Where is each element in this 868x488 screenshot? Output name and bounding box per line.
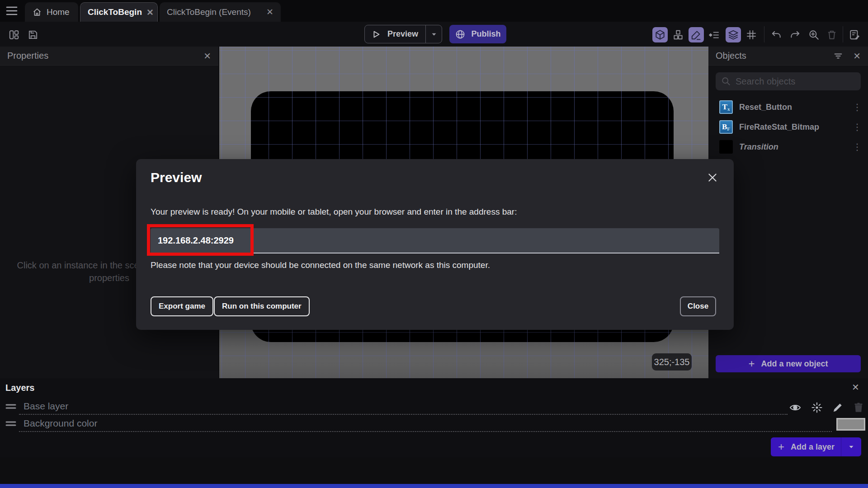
view-3d-icon[interactable] bbox=[652, 27, 668, 42]
zoom-in-icon[interactable] bbox=[806, 27, 821, 42]
kebab-menu-icon[interactable]: ⋮ bbox=[853, 122, 862, 132]
globe-icon bbox=[455, 29, 466, 40]
object-name: FireRateStat_Bitmap bbox=[739, 122, 819, 132]
object-search-box bbox=[716, 72, 861, 90]
tab-label: ClickToBegin bbox=[88, 7, 142, 17]
divider bbox=[764, 26, 764, 42]
objects-title: Objects bbox=[716, 51, 746, 61]
background-color-swatch[interactable] bbox=[836, 418, 865, 431]
object-name: Transition bbox=[739, 142, 778, 152]
close-icon[interactable]: ✕ bbox=[853, 51, 861, 61]
tab-scene[interactable]: ClickToBegin ✕ bbox=[80, 2, 158, 22]
visibility-eye-icon[interactable] bbox=[788, 401, 802, 414]
dialog-body-text: Your preview is ready! On your mobile or… bbox=[151, 207, 716, 217]
home-icon bbox=[32, 7, 42, 17]
search-icon bbox=[721, 76, 731, 86]
dialog-note-text: Please note that your device should be c… bbox=[151, 260, 716, 270]
redo-icon[interactable] bbox=[788, 27, 803, 42]
tab-home[interactable]: Home bbox=[25, 2, 78, 22]
layer-row-background-color[interactable]: Background color bbox=[0, 416, 868, 433]
tab-events[interactable]: ClickToBegin (Events) ✕ bbox=[160, 2, 281, 22]
undo-icon[interactable] bbox=[769, 27, 784, 42]
close-icon[interactable]: ✕ bbox=[146, 7, 154, 18]
sprite-object-icon bbox=[719, 140, 733, 154]
plus-icon: + bbox=[748, 358, 755, 369]
text-object-icon: Tx bbox=[719, 100, 733, 114]
layer-name-underline bbox=[19, 414, 788, 415]
layers-icon[interactable] bbox=[726, 27, 741, 42]
preview-label: Preview bbox=[387, 29, 418, 39]
preview-address-input[interactable] bbox=[151, 228, 719, 253]
hamburger-menu-icon[interactable] bbox=[5, 5, 19, 17]
layers-panel: Layers ✕ Base layer Ba bbox=[0, 378, 868, 457]
bottom-accent-strip bbox=[0, 484, 868, 488]
preview-dialog: Preview Your preview is ready! On your m… bbox=[136, 159, 734, 330]
filter-icon[interactable] bbox=[833, 51, 843, 61]
layer-row-base[interactable]: Base layer bbox=[0, 399, 868, 416]
tab-bar: Home ClickToBegin ✕ ClickToBegin (Events… bbox=[0, 0, 868, 22]
kebab-menu-icon[interactable]: ⋮ bbox=[853, 141, 862, 152]
events-sheet-icon[interactable] bbox=[847, 27, 863, 42]
drag-handle-icon[interactable] bbox=[5, 403, 16, 410]
run-on-this-computer-button[interactable]: Run on this computer bbox=[214, 296, 310, 316]
object-name: Reset_Button bbox=[739, 103, 792, 112]
add-layer-label: Add a layer bbox=[791, 442, 835, 452]
properties-title: Properties bbox=[7, 51, 48, 61]
tab-label: ClickToBegin (Events) bbox=[167, 7, 251, 17]
objects-header: Objects ✕ bbox=[708, 47, 868, 66]
divider bbox=[843, 26, 843, 42]
delete-layer-icon[interactable] bbox=[852, 401, 865, 414]
add-new-object-button[interactable]: + Add a new object bbox=[716, 355, 861, 372]
export-game-button[interactable]: Export game bbox=[151, 296, 213, 316]
divider bbox=[425, 25, 426, 43]
close-icon[interactable]: ✕ bbox=[203, 51, 211, 61]
publish-button[interactable]: Publish bbox=[449, 25, 506, 43]
dialog-title: Preview bbox=[151, 170, 202, 185]
canvas-vignette bbox=[219, 338, 708, 378]
object-item-reset-button[interactable]: Tx Reset_Button ⋮ bbox=[708, 97, 868, 117]
gdevelop-window: Home ClickToBegin ✕ ClickToBegin (Events… bbox=[0, 0, 868, 488]
panels-layout-icon[interactable] bbox=[6, 27, 22, 42]
layer-name[interactable]: Background color bbox=[24, 418, 97, 429]
properties-header: Properties ✕ bbox=[0, 47, 218, 66]
cursor-coordinates-badge: 325;-135 bbox=[652, 353, 692, 371]
close-icon[interactable] bbox=[707, 172, 718, 183]
layer-name[interactable]: Base layer bbox=[24, 401, 68, 412]
trash-icon[interactable] bbox=[824, 27, 840, 42]
kebab-menu-icon[interactable]: ⋮ bbox=[853, 102, 862, 113]
add-object-label: Add a new object bbox=[761, 359, 828, 369]
object-item-fireratestat-bitmap[interactable]: BF FireRateStat_Bitmap ⋮ bbox=[708, 117, 868, 137]
chevron-down-icon[interactable] bbox=[841, 443, 861, 451]
preview-button[interactable]: Preview bbox=[364, 25, 442, 43]
layer-name-underline bbox=[19, 431, 832, 432]
tab-label: Home bbox=[47, 7, 70, 17]
close-button[interactable]: Close bbox=[680, 296, 716, 316]
plus-icon: + bbox=[778, 441, 784, 452]
instances-icon[interactable] bbox=[670, 27, 686, 42]
effects-icon[interactable] bbox=[810, 401, 824, 414]
main-toolbar: Preview Publish bbox=[0, 22, 868, 47]
close-icon[interactable]: ✕ bbox=[266, 7, 274, 17]
edit-pencil-icon[interactable] bbox=[831, 401, 844, 414]
publish-label: Publish bbox=[471, 29, 500, 39]
play-icon bbox=[371, 29, 381, 39]
grid-icon[interactable] bbox=[744, 27, 759, 42]
close-icon[interactable]: ✕ bbox=[852, 382, 859, 393]
add-layer-button[interactable]: + Add a layer bbox=[771, 437, 861, 456]
edit-pencil-icon[interactable] bbox=[689, 27, 704, 42]
save-icon[interactable] bbox=[25, 27, 41, 42]
instance-list-icon[interactable] bbox=[707, 27, 722, 42]
drag-handle-icon[interactable] bbox=[5, 420, 16, 427]
search-input[interactable] bbox=[736, 76, 855, 87]
chevron-down-icon[interactable] bbox=[430, 30, 438, 38]
bitmap-font-object-icon: BF bbox=[719, 120, 733, 134]
object-item-transition[interactable]: Transition ⋮ bbox=[708, 137, 868, 157]
layers-title: Layers bbox=[5, 383, 35, 393]
